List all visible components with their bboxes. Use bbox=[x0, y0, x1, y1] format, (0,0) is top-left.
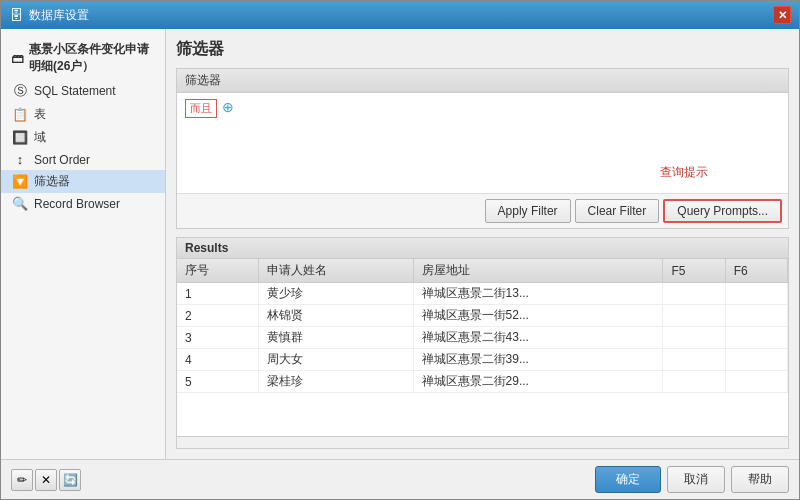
record-browser-icon: 🔍 bbox=[11, 196, 29, 211]
table-cell: 4 bbox=[177, 349, 258, 371]
sidebar-item-table[interactable]: 📋 表 bbox=[1, 103, 165, 126]
table-cell: 3 bbox=[177, 327, 258, 349]
table-row[interactable]: 2林锦贤禅城区惠景一街52... bbox=[177, 305, 788, 327]
col-header-f6: F6 bbox=[725, 259, 787, 283]
confirm-button[interactable]: 确定 bbox=[595, 466, 661, 493]
sort-icon: ↕ bbox=[11, 152, 29, 167]
table-cell: 梁桂珍 bbox=[258, 371, 413, 393]
col-header-f5: F5 bbox=[663, 259, 725, 283]
table-cell: 禅城区惠景一街52... bbox=[413, 305, 663, 327]
table-cell: 黄少珍 bbox=[258, 283, 413, 305]
table-cell: 5 bbox=[177, 371, 258, 393]
table-cell: 林锦贤 bbox=[258, 305, 413, 327]
table-cell: 禅城区惠景二街29... bbox=[413, 371, 663, 393]
sidebar-item-label: 表 bbox=[34, 106, 46, 123]
main-window: 🗄 数据库设置 ✕ 🗃 惠景小区条件变化申请明细(26户） Ⓢ SQL Stat… bbox=[0, 0, 800, 500]
sidebar-dataset-header: 🗃 惠景小区条件变化申请明细(26户） bbox=[1, 37, 165, 79]
table-row[interactable]: 1黄少珍禅城区惠景二街13... bbox=[177, 283, 788, 305]
sidebar-item-field[interactable]: 🔲 域 bbox=[1, 126, 165, 149]
query-prompts-button[interactable]: Query Prompts... bbox=[663, 199, 782, 223]
table-icon: 📋 bbox=[11, 107, 29, 122]
sidebar-item-record-browser[interactable]: 🔍 Record Browser bbox=[1, 193, 165, 214]
table-cell bbox=[725, 305, 787, 327]
main-content: 🗃 惠景小区条件变化申请明细(26户） Ⓢ SQL Statement 📋 表 … bbox=[1, 29, 799, 459]
table-cell: 禅城区惠景二街39... bbox=[413, 349, 663, 371]
filter-tag[interactable]: 而且 bbox=[185, 99, 217, 118]
table-cell bbox=[663, 371, 725, 393]
bottom-left-icons: ✏ ✕ 🔄 bbox=[11, 469, 81, 491]
table-cell: 周大女 bbox=[258, 349, 413, 371]
close-button[interactable]: ✕ bbox=[773, 6, 791, 24]
window-icon: 🗄 bbox=[9, 7, 23, 23]
edit-icon-button[interactable]: ✏ bbox=[11, 469, 33, 491]
table-cell bbox=[725, 327, 787, 349]
horizontal-scrollbar[interactable] bbox=[177, 436, 788, 448]
results-header: Results bbox=[177, 238, 788, 259]
filter-section: 筛选器 而且 ⊕ 查询提示 Apply Filter Clear Filter … bbox=[176, 68, 789, 229]
filter-section-header: 筛选器 bbox=[177, 69, 788, 93]
col-header-address: 房屋地址 bbox=[413, 259, 663, 283]
table-cell: 2 bbox=[177, 305, 258, 327]
bottom-bar: ✏ ✕ 🔄 确定 取消 帮助 bbox=[1, 459, 799, 499]
sidebar-item-label: 域 bbox=[34, 129, 46, 146]
sidebar-item-sort-order[interactable]: ↕ Sort Order bbox=[1, 149, 165, 170]
filter-add-button[interactable]: ⊕ bbox=[222, 99, 234, 115]
window-title: 数据库设置 bbox=[29, 7, 773, 24]
database-icon: 🗃 bbox=[11, 51, 24, 66]
sidebar-item-label: 筛选器 bbox=[34, 173, 70, 190]
table-row[interactable]: 4周大女禅城区惠景二街39... bbox=[177, 349, 788, 371]
table-cell bbox=[663, 327, 725, 349]
refresh-icon-button[interactable]: 🔄 bbox=[59, 469, 81, 491]
sidebar-item-label: Record Browser bbox=[34, 197, 120, 211]
filter-body: 而且 ⊕ 查询提示 bbox=[177, 93, 788, 193]
col-header-id: 序号 bbox=[177, 259, 258, 283]
sidebar-item-filter[interactable]: 🔽 筛选器 bbox=[1, 170, 165, 193]
cancel-button[interactable]: 取消 bbox=[667, 466, 725, 493]
table-cell: 禅城区惠景二街13... bbox=[413, 283, 663, 305]
results-section: Results 序号 申请人姓名 房屋地址 F5 F6 bbox=[176, 237, 789, 449]
col-header-name: 申请人姓名 bbox=[258, 259, 413, 283]
table-row[interactable]: 5梁桂珍禅城区惠景二街29... bbox=[177, 371, 788, 393]
table-cell: 1 bbox=[177, 283, 258, 305]
sidebar-item-sql-statement[interactable]: Ⓢ SQL Statement bbox=[1, 79, 165, 103]
results-table: 序号 申请人姓名 房屋地址 F5 F6 1黄少珍禅城区惠景二街13...2林锦贤… bbox=[177, 259, 788, 393]
table-wrapper[interactable]: 序号 申请人姓名 房屋地址 F5 F6 1黄少珍禅城区惠景二街13...2林锦贤… bbox=[177, 259, 788, 436]
help-button[interactable]: 帮助 bbox=[731, 466, 789, 493]
table-header-row: 序号 申请人姓名 房屋地址 F5 F6 bbox=[177, 259, 788, 283]
table-cell bbox=[663, 349, 725, 371]
sidebar-item-label: SQL Statement bbox=[34, 84, 116, 98]
filter-buttons: Apply Filter Clear Filter Query Prompts.… bbox=[177, 193, 788, 228]
sql-icon: Ⓢ bbox=[11, 82, 29, 100]
table-cell bbox=[725, 349, 787, 371]
query-hint: 查询提示 bbox=[660, 164, 708, 181]
field-icon: 🔲 bbox=[11, 130, 29, 145]
table-cell: 黄慎群 bbox=[258, 327, 413, 349]
apply-filter-button[interactable]: Apply Filter bbox=[485, 199, 571, 223]
sidebar-item-label: Sort Order bbox=[34, 153, 90, 167]
content-area: 筛选器 筛选器 而且 ⊕ 查询提示 Apply Filter Clear Fil… bbox=[166, 29, 799, 459]
sidebar-dataset-label: 惠景小区条件变化申请明细(26户） bbox=[29, 41, 155, 75]
table-cell: 禅城区惠景二街43... bbox=[413, 327, 663, 349]
table-row[interactable]: 3黄慎群禅城区惠景二街43... bbox=[177, 327, 788, 349]
content-title: 筛选器 bbox=[176, 39, 789, 60]
table-cell bbox=[663, 305, 725, 327]
sidebar: 🗃 惠景小区条件变化申请明细(26户） Ⓢ SQL Statement 📋 表 … bbox=[1, 29, 166, 459]
filter-icon: 🔽 bbox=[11, 174, 29, 189]
delete-icon-button[interactable]: ✕ bbox=[35, 469, 57, 491]
table-cell bbox=[725, 283, 787, 305]
table-cell bbox=[725, 371, 787, 393]
title-bar: 🗄 数据库设置 ✕ bbox=[1, 1, 799, 29]
table-cell bbox=[663, 283, 725, 305]
clear-filter-button[interactable]: Clear Filter bbox=[575, 199, 660, 223]
